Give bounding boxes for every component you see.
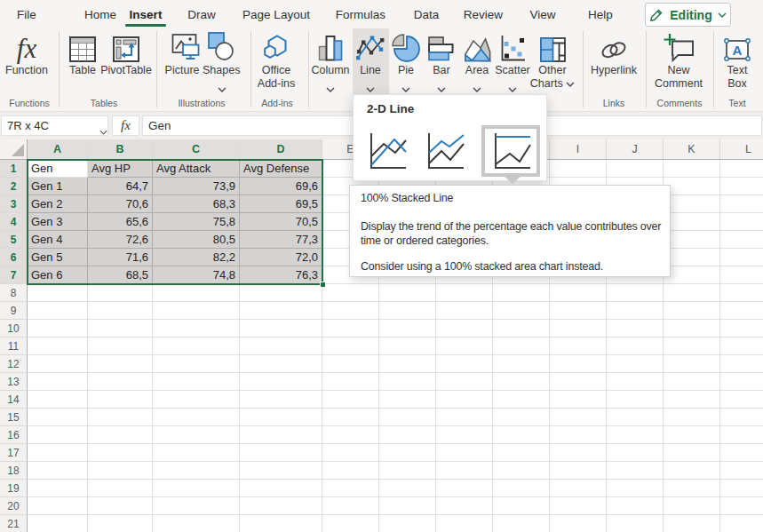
menu-tab-draw[interactable]: Draw: [162, 0, 242, 28]
cell-K2[interactable]: [664, 178, 720, 195]
cell-D6[interactable]: 72,0: [240, 249, 322, 266]
cell-L1[interactable]: [720, 160, 763, 178]
row-header-19[interactable]: 19: [0, 480, 28, 497]
cell-B5[interactable]: 72,6: [88, 231, 153, 249]
row-header-5[interactable]: 5: [0, 231, 28, 249]
cell-D4[interactable]: 70,5: [240, 213, 322, 231]
cell-J18[interactable]: [607, 462, 664, 480]
cell-K6[interactable]: [664, 249, 720, 266]
cell-C7[interactable]: 74,8: [153, 266, 240, 284]
cell-J15[interactable]: [607, 409, 664, 426]
cell-C12[interactable]: [153, 355, 240, 373]
cell-K13[interactable]: [664, 373, 720, 391]
cell-C11[interactable]: [153, 337, 240, 355]
cell-K14[interactable]: [664, 391, 720, 409]
cell-L9[interactable]: [720, 302, 763, 320]
row-header-14[interactable]: 14: [0, 391, 28, 409]
cell-L15[interactable]: [720, 409, 763, 426]
cell-J9[interactable]: [607, 302, 664, 320]
cell-D15[interactable]: [240, 409, 322, 426]
cell-D20[interactable]: [240, 497, 322, 515]
cell-L17[interactable]: [720, 444, 763, 462]
cell-J17[interactable]: [607, 444, 664, 462]
cell-C15[interactable]: [153, 409, 240, 426]
cell-D18[interactable]: [240, 462, 322, 480]
cell-E11[interactable]: [322, 337, 379, 355]
cell-A7[interactable]: Gen 6: [28, 266, 88, 284]
cell-E16[interactable]: [322, 426, 379, 444]
cell-H10[interactable]: [493, 320, 550, 337]
column-header-b[interactable]: B: [88, 139, 153, 160]
cell-L7[interactable]: [720, 266, 763, 284]
cell-I8[interactable]: [550, 284, 607, 302]
cell-F9[interactable]: [379, 302, 436, 320]
cell-C1[interactable]: Avg Attack: [153, 160, 240, 178]
cell-J11[interactable]: [607, 337, 664, 355]
cell-A17[interactable]: [28, 444, 88, 462]
column-header-k[interactable]: K: [664, 139, 720, 160]
cell-D11[interactable]: [240, 337, 322, 355]
cell-E8[interactable]: [322, 284, 379, 302]
cell-K9[interactable]: [664, 302, 720, 320]
cell-E21[interactable]: [322, 515, 379, 532]
cell-G8[interactable]: [436, 284, 493, 302]
cell-K12[interactable]: [664, 355, 720, 373]
cell-K15[interactable]: [664, 409, 720, 426]
cell-D7[interactable]: 76,3: [240, 266, 322, 284]
cell-E20[interactable]: [322, 497, 379, 515]
cell-D2[interactable]: 69,6: [240, 178, 322, 195]
cell-C10[interactable]: [153, 320, 240, 337]
cell-L19[interactable]: [720, 480, 763, 497]
cell-D12[interactable]: [240, 355, 322, 373]
cell-L20[interactable]: [720, 497, 763, 515]
cell-A14[interactable]: [28, 391, 88, 409]
cell-J16[interactable]: [607, 426, 664, 444]
cell-L16[interactable]: [720, 426, 763, 444]
cell-E13[interactable]: [322, 373, 379, 391]
cell-G16[interactable]: [436, 426, 493, 444]
cell-B6[interactable]: 71,6: [88, 249, 153, 266]
cell-E17[interactable]: [322, 444, 379, 462]
cell-L3[interactable]: [720, 195, 763, 213]
row-header-17[interactable]: 17: [0, 444, 28, 462]
row-header-4[interactable]: 4: [0, 213, 28, 231]
cell-G17[interactable]: [436, 444, 493, 462]
cell-L4[interactable]: [720, 213, 763, 231]
cell-I12[interactable]: [550, 355, 607, 373]
cell-D5[interactable]: 77,3: [240, 231, 322, 249]
cell-F12[interactable]: [379, 355, 436, 373]
cell-J19[interactable]: [607, 480, 664, 497]
cell-A10[interactable]: [28, 320, 88, 337]
cell-A6[interactable]: Gen 5: [28, 249, 88, 266]
column-header-c[interactable]: C: [153, 139, 240, 160]
cell-C8[interactable]: [153, 284, 240, 302]
cell-J20[interactable]: [607, 497, 664, 515]
cell-I17[interactable]: [550, 444, 607, 462]
cell-G18[interactable]: [436, 462, 493, 480]
dropdown-option-100-stacked-line-selected-box[interactable]: [481, 125, 540, 177]
cell-B10[interactable]: [88, 320, 153, 337]
cell-A13[interactable]: [28, 373, 88, 391]
cell-G10[interactable]: [436, 320, 493, 337]
row-header-9[interactable]: 9: [0, 302, 28, 320]
cell-F14[interactable]: [379, 391, 436, 409]
cell-K18[interactable]: [664, 462, 720, 480]
column-header-i[interactable]: I: [550, 139, 607, 160]
cell-H9[interactable]: [493, 302, 550, 320]
cell-G11[interactable]: [436, 337, 493, 355]
cell-G13[interactable]: [436, 373, 493, 391]
cell-G15[interactable]: [436, 409, 493, 426]
cell-A9[interactable]: [28, 302, 88, 320]
dropdown-option-stacked-line[interactable]: [424, 131, 465, 171]
cell-L5[interactable]: [720, 231, 763, 249]
cell-D14[interactable]: [240, 391, 322, 409]
cell-B12[interactable]: [88, 355, 153, 373]
cell-B17[interactable]: [88, 444, 153, 462]
cell-K10[interactable]: [664, 320, 720, 337]
cell-D10[interactable]: [240, 320, 322, 337]
ribbon-button-office-add-ins[interactable]: OfficeAdd-ins: [249, 28, 304, 91]
cell-C20[interactable]: [153, 497, 240, 515]
cell-A5[interactable]: Gen 4: [28, 231, 88, 249]
row-header-7[interactable]: 7: [0, 266, 28, 284]
cell-H21[interactable]: [493, 515, 550, 532]
